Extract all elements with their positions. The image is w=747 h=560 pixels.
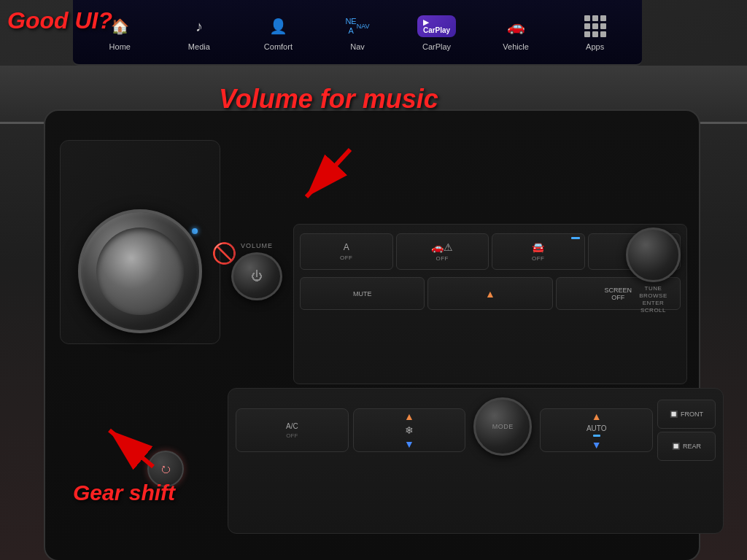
center-console: PRNDL 🚫 VOLUME ⏻	[44, 109, 700, 560]
fan-icon: ❄	[405, 424, 414, 436]
volume-knob-container: VOLUME ⏻	[228, 242, 286, 300]
volume-label: VOLUME	[241, 242, 273, 249]
mode-knob[interactable]: MODE	[473, 397, 532, 456]
nav-vehicle-label: Vehicle	[503, 42, 528, 51]
tune-knob[interactable]	[626, 228, 681, 282]
nav-apps-label: Apps	[586, 42, 604, 51]
power-icon: ⏻	[251, 270, 263, 283]
hazard-button[interactable]: ▲	[427, 277, 552, 310]
front-defroster-button[interactable]: 🔲 FRONT	[657, 400, 716, 429]
nav-carplay-label: CarPlay	[422, 42, 451, 51]
front-defroster-icon: 🔲	[670, 411, 678, 418]
scroll-label: SCROLL	[640, 307, 666, 314]
vehicle-icon: 🚗	[503, 13, 529, 39]
fan-control[interactable]: ▲ ❄ ▼	[353, 408, 466, 452]
mute-button[interactable]: MUTE	[300, 277, 425, 310]
hazard-icon: ▲	[485, 288, 495, 300]
mode-label: MODE	[492, 423, 514, 430]
nav-media-label: Media	[188, 42, 210, 51]
ac-off-button[interactable]: A OFF	[300, 233, 393, 270]
gear-selector-knob[interactable]	[78, 209, 202, 333]
climate-section: A/C OFF ▲ ❄ ▼ MODE	[228, 388, 724, 534]
apps-icon	[582, 13, 608, 39]
rear-defroster-icon: 🔲	[672, 443, 680, 450]
main-container: 🏠 Home ♪ Media 👤 Comfort NEANAV Nav ▶ Ca…	[0, 0, 747, 560]
temp-up-arrow: ▲	[592, 411, 602, 422]
mute-label: MUTE	[353, 290, 372, 298]
tune-label: TUNE	[645, 285, 662, 292]
nav-vehicle[interactable]: 🚗 Vehicle	[494, 13, 538, 51]
dashboard-body: PRNDL 🚫 VOLUME ⏻	[0, 66, 747, 560]
collision-icon: 🚗⚠	[431, 241, 453, 253]
nav-home[interactable]: 🏠 Home	[98, 13, 142, 51]
volume-knob[interactable]: ⏻	[231, 252, 282, 300]
tune-labels: TUNE BROWSE ENTER SCROLL	[639, 285, 667, 314]
collision-warning-button[interactable]: 🚗⚠ OFF	[396, 233, 489, 270]
nav-nav-label: Nav	[350, 42, 365, 51]
carplay-logo: ▶ CarPlay	[417, 15, 456, 37]
defroster-controls: 🔲 FRONT 🔲 REAR	[657, 400, 716, 461]
mode-knob-container: MODE	[470, 397, 535, 463]
lane-keep-button[interactable]: 🚘 OFF	[492, 233, 585, 270]
nav-carplay[interactable]: ▶ CarPlay CarPlay	[415, 13, 459, 51]
gear-shift-icon: ⭮	[160, 463, 171, 475]
nav-comfort[interactable]: 👤 Comfort	[256, 13, 300, 51]
ac-off-label: OFF	[286, 432, 298, 439]
home-icon: 🏠	[107, 13, 133, 39]
fan-down-arrow: ▼	[404, 438, 414, 450]
auto-label: AUTO	[587, 424, 607, 432]
fan-up-arrow: ▲	[404, 411, 414, 422]
temp-control[interactable]: ▲ AUTO ▼	[540, 408, 653, 452]
enter-label: ENTER	[643, 300, 665, 306]
tune-knob-container: TUNE BROWSE ENTER SCROLL	[622, 228, 684, 315]
rear-defroster-button[interactable]: 🔲 REAR	[657, 432, 716, 461]
carplay-icon: ▶ CarPlay	[424, 13, 450, 39]
nav-navigation[interactable]: NEANAV Nav	[336, 13, 379, 51]
auto-indicator	[593, 435, 600, 437]
gear-selector-container	[67, 198, 213, 344]
infotainment-screen: 🏠 Home ♪ Media 👤 Comfort NEANAV Nav ▶ Ca…	[73, 0, 642, 66]
nav-icon: NEANAV	[344, 13, 371, 39]
nav-media[interactable]: ♪ Media	[177, 13, 221, 51]
media-icon: ♪	[186, 13, 212, 39]
temp-down-arrow: ▼	[592, 439, 602, 451]
ac-button[interactable]: A/C OFF	[236, 408, 349, 452]
lane-icon: 🚘	[532, 241, 544, 253]
nav-comfort-label: Comfort	[264, 42, 293, 51]
rear-label: REAR	[683, 443, 701, 450]
front-label: FRONT	[681, 411, 703, 418]
lane-indicator	[571, 237, 580, 239]
ac-label: A/C	[286, 422, 298, 430]
gear-shift-button[interactable]: ⭮	[147, 451, 184, 487]
nav-apps[interactable]: Apps	[573, 13, 617, 51]
ac-icon: A	[344, 242, 349, 252]
climate-row: A/C OFF ▲ ❄ ▼ MODE	[228, 389, 723, 466]
apps-grid	[584, 15, 606, 37]
browse-label: BROWSE	[639, 292, 667, 299]
gear-selector-inner	[96, 228, 184, 315]
nav-home-label: Home	[109, 42, 131, 51]
comfort-icon: 👤	[265, 13, 291, 39]
